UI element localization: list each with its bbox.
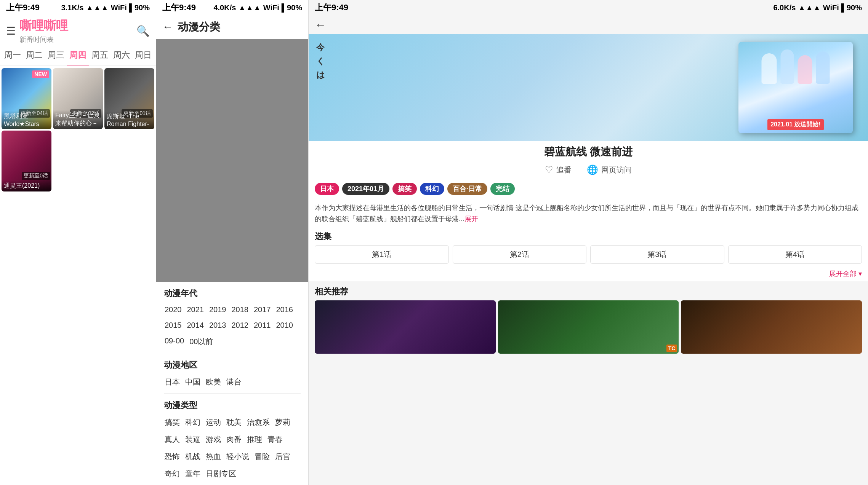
app-header: ☰ 嘶哩嘶哩 新番时间表 🔍	[0, 15, 156, 46]
action-follow[interactable]: ♡ 追番	[545, 164, 572, 175]
tag-comedy2[interactable]: 搞笑	[392, 183, 417, 195]
expand-all-row: 展开全部 ▾	[309, 268, 868, 281]
anime-card-1[interactable]: 更新至02话 Fairy兰丸－让我来帮助你的心－	[53, 68, 103, 129]
time-1: 上午9:49	[6, 2, 40, 13]
episode-btn-1[interactable]: 第1话	[315, 245, 449, 264]
status-right-2: 4.0K/s ▲▲▲ WiFi ▌90%	[213, 3, 302, 12]
related-card-1[interactable]: TC	[498, 300, 679, 354]
tag-finished[interactable]: 完结	[490, 183, 515, 195]
tag-china[interactable]: 中国	[184, 375, 201, 389]
time-2: 上午9:49	[162, 2, 196, 13]
action-website[interactable]: 🌐 网页访问	[587, 164, 632, 175]
network-2: 4.0K/s	[213, 3, 236, 12]
back-button-2[interactable]: ←	[162, 21, 173, 33]
tag-2020[interactable]: 2020	[164, 304, 183, 316]
tag-adult[interactable]: 肉番	[226, 433, 242, 446]
back-button-3[interactable]: ←	[315, 18, 326, 31]
tag-game[interactable]: 游戏	[205, 433, 222, 446]
tag-loli[interactable]: 萝莉	[274, 416, 291, 429]
classify-section-era: 动漫年代 2020 2021 2019 2018 2017 2016 2015 …	[156, 282, 308, 353]
hamburger-icon[interactable]: ☰	[6, 25, 16, 37]
anime-card-2[interactable]: 更新至01话 席斯坦 -The Roman Fighter-	[104, 68, 154, 129]
tag-childhood[interactable]: 童年	[184, 467, 201, 480]
tag-youth[interactable]: 青春	[267, 433, 283, 446]
tag-2016[interactable]: 2016	[275, 304, 294, 316]
classify-content: 动漫年代 2020 2021 2019 2018 2017 2016 2015 …	[156, 282, 308, 485]
anime-title-3: 通灵王(2021)	[2, 180, 51, 191]
tab-saturday[interactable]: 周六	[111, 46, 132, 65]
wifi-icon-1: WiFi	[111, 3, 127, 12]
detail-header: ←	[309, 15, 868, 34]
tag-horror[interactable]: 恐怖	[164, 450, 181, 463]
sidebar-char-2: は	[316, 69, 325, 81]
search-icon[interactable]: 🔍	[136, 25, 150, 37]
signal-icon-3: ▲▲▲	[798, 3, 820, 12]
anime-card-0[interactable]: NEW 更新至04话 黑塔利亚 World★Stars	[2, 68, 51, 129]
tab-monday[interactable]: 周一	[2, 46, 23, 65]
heart-icon: ♡	[545, 164, 553, 175]
anime-card-3[interactable]: 更新至0话 通灵王(2021)	[2, 131, 51, 191]
tag-2012[interactable]: 2012	[231, 319, 250, 331]
episode-btn-2[interactable]: 第2话	[453, 245, 587, 264]
related-card-2[interactable]	[681, 300, 862, 354]
episodes-section-title: 选集	[309, 226, 868, 245]
tag-2018[interactable]: 2018	[231, 304, 250, 316]
tag-mech[interactable]: 机战	[184, 450, 201, 463]
episode-badge-3: 更新至0话	[22, 172, 50, 180]
status-right-3: 6.0K/s ▲▲▲ WiFi ▌90%	[773, 3, 862, 12]
tag-bl[interactable]: 耽美	[226, 416, 242, 429]
tag-real[interactable]: 真人	[164, 433, 181, 446]
tag-2015[interactable]: 2015	[164, 319, 183, 331]
episode-btn-4[interactable]: 第4话	[728, 245, 862, 264]
tag-jp[interactable]: 日本	[315, 183, 339, 195]
tag-date[interactable]: 2021年01月	[342, 183, 389, 195]
tab-sunday[interactable]: 周日	[133, 46, 154, 65]
tag-comedy[interactable]: 搞笑	[164, 416, 181, 429]
hero-section: 今 く は 2021.01 放送開始!	[309, 34, 868, 141]
tag-2011[interactable]: 2011	[253, 319, 272, 331]
tag-europe[interactable]: 欧美	[205, 375, 222, 389]
tab-thursday[interactable]: 周四	[67, 46, 89, 65]
tag-fantasy[interactable]: 奇幻	[164, 467, 181, 480]
globe-icon: 🌐	[587, 164, 598, 175]
hero-sidebar: 今 く は	[316, 42, 325, 81]
tab-friday[interactable]: 周五	[89, 46, 111, 65]
type-tags-row: 搞笑 科幻 运动 耽美 治愈系 萝莉 真人 装逼 游戏 肉番 推理 青春 恐怖 …	[164, 416, 301, 485]
tag-2017[interactable]: 2017	[253, 304, 272, 316]
tag-00-before[interactable]: 00以前	[189, 335, 214, 348]
tag-lightnovel[interactable]: 轻小说	[226, 450, 250, 463]
tag-2019[interactable]: 2019	[208, 304, 227, 316]
era-tags-row: 2020 2021 2019 2018 2017 2016 2015 2014 …	[164, 304, 301, 353]
tag-action[interactable]: 热血	[205, 450, 222, 463]
tag-scifi2[interactable]: 科幻	[420, 183, 444, 195]
tag-japan[interactable]: 日本	[164, 375, 181, 389]
signal-icon-2: ▲▲▲	[238, 3, 261, 12]
tag-scifi[interactable]: 科幻	[184, 416, 201, 429]
anime-description: 本作为大家描述在母港里生活的各位舰船的日常生活，一句话剧情 这是个冠上舰船名称的…	[309, 198, 868, 226]
tag-2013[interactable]: 2013	[208, 319, 227, 331]
tags-row: 日本 2021年01月 搞笑 科幻 百合·日常 完结	[309, 180, 868, 198]
tag-sports[interactable]: 运动	[205, 416, 222, 429]
tag-hktw[interactable]: 港台	[226, 375, 242, 389]
tag-2010[interactable]: 2010	[275, 319, 294, 331]
tag-adventure[interactable]: 冒险	[254, 450, 271, 463]
episode-btn-3[interactable]: 第3话	[590, 245, 724, 264]
tag-drama[interactable]: 日剧专区	[205, 467, 237, 480]
app-subtitle: 新番时间表	[19, 35, 68, 44]
tag-yuri[interactable]: 百合·日常	[447, 183, 487, 195]
tag-2021[interactable]: 2021	[186, 304, 205, 316]
tag-cool[interactable]: 装逼	[184, 433, 201, 446]
related-grid: TC	[309, 300, 868, 354]
tag-2014[interactable]: 2014	[186, 319, 205, 331]
network-3: 6.0K/s	[773, 3, 796, 12]
expand-all-button[interactable]: 展开全部 ▾	[829, 269, 862, 278]
tab-tuesday[interactable]: 周二	[23, 46, 45, 65]
tab-wednesday[interactable]: 周三	[45, 46, 67, 65]
tag-harem[interactable]: 后宫	[274, 450, 291, 463]
tag-healing[interactable]: 治愈系	[246, 416, 271, 429]
tag-mystery[interactable]: 推理	[246, 433, 263, 446]
poster-label: 2021.01 放送開始!	[767, 119, 824, 130]
related-card-0[interactable]	[315, 300, 496, 354]
tag-09-00[interactable]: 09-00	[164, 335, 185, 348]
expand-button[interactable]: 展开	[464, 215, 478, 223]
